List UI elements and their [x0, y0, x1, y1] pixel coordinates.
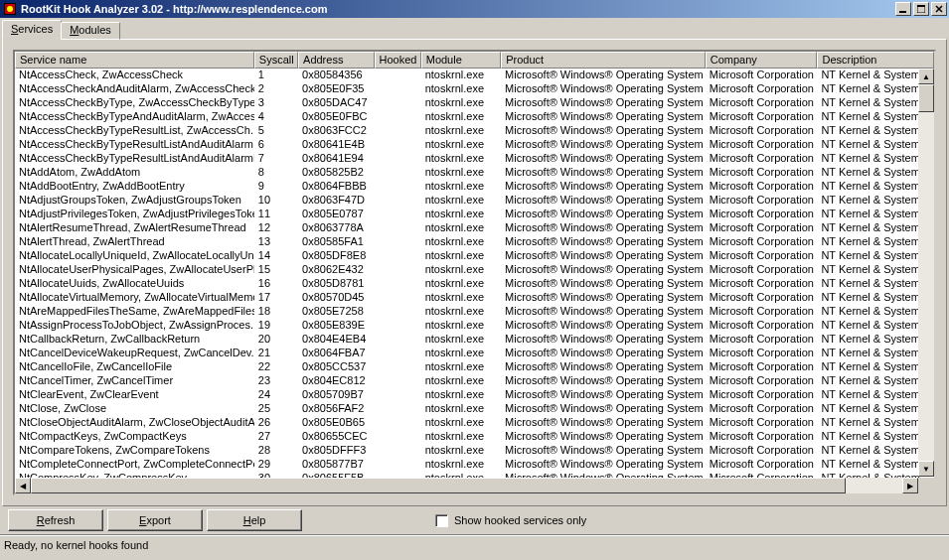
table-row[interactable]: NtAccessCheckByTypeResultList, ZwAccessC… — [15, 124, 934, 138]
cell-description: NT Kernel & System — [817, 82, 934, 96]
table-row[interactable]: NtAdjustPrivilegesToken, ZwAdjustPrivile… — [15, 208, 934, 221]
cell-company: Microsoft Corporation — [706, 388, 818, 402]
cell-syscall: 11 — [254, 208, 298, 221]
cell-description: NT Kernel & System — [817, 402, 934, 416]
services-listview[interactable]: Service nameSyscallAddressHookedModulePr… — [13, 50, 936, 495]
cell-name: NtCompareTokens, ZwCompareTokens — [15, 444, 254, 458]
table-row[interactable]: NtAccessCheckByTypeResultListAndAuditAla… — [15, 138, 934, 152]
table-row[interactable]: NtAddBootEntry, ZwAddBootEntry90x8064FBB… — [15, 180, 934, 194]
cell-address: 0x805E0F35 — [298, 82, 374, 96]
table-row[interactable]: NtAreMappedFilesTheSame, ZwAreMappedFile… — [15, 305, 934, 319]
hooked-only-checkbox[interactable] — [435, 514, 448, 527]
table-row[interactable]: NtClearEvent, ZwClearEvent240x805709B7nt… — [15, 388, 934, 402]
column-header[interactable]: Syscall — [254, 52, 298, 69]
table-row[interactable]: NtAccessCheckByType, ZwAccessCheckByType… — [15, 96, 934, 110]
cell-product: Microsoft® Windows® Operating System — [501, 249, 706, 263]
cell-description: NT Kernel & System — [817, 249, 934, 263]
table-row[interactable]: NtAllocateUuids, ZwAllocateUuids160x805D… — [15, 277, 934, 291]
cell-product: Microsoft® Windows® Operating System — [501, 430, 706, 444]
table-row[interactable]: NtAssignProcessToJobObject, ZwAssignProc… — [15, 319, 934, 333]
cell-description: NT Kernel & System — [817, 444, 934, 458]
tab-services[interactable]: Services — [2, 20, 62, 40]
cell-module: ntoskrnl.exe — [421, 374, 501, 388]
table-row[interactable]: NtAlertResumeThread, ZwAlertResumeThread… — [15, 221, 934, 235]
table-row[interactable]: NtCancelIoFile, ZwCancelIoFile220x805CC5… — [15, 360, 934, 374]
table-row[interactable]: NtCancelTimer, ZwCancelTimer230x804EC812… — [15, 374, 934, 388]
cell-hooked — [375, 360, 421, 374]
help-button[interactable]: Help — [207, 509, 302, 531]
cell-name: NtAllocateLocallyUniqueId, ZwAllocateLoc… — [15, 249, 254, 263]
table-row[interactable]: NtCompareTokens, ZwCompareTokens280x805D… — [15, 444, 934, 458]
hooked-only-checkbox-wrap[interactable]: Show hooked services only — [435, 514, 586, 527]
table-row[interactable]: NtAddAtom, ZwAddAtom80x805825B2ntoskrnl.… — [15, 166, 934, 180]
refresh-button[interactable]: Refresh — [8, 509, 103, 531]
cell-hooked — [375, 194, 421, 208]
table-row[interactable]: NtCompleteConnectPort, ZwCompleteConnect… — [15, 458, 934, 472]
column-header[interactable]: Product — [501, 52, 706, 69]
table-row[interactable]: NtAccessCheck, ZwAccessCheck10x80584356n… — [15, 69, 934, 82]
close-button[interactable] — [931, 2, 947, 16]
scroll-down-button[interactable]: ▼ — [918, 461, 934, 477]
horizontal-scrollbar[interactable]: ◀ ▶ — [15, 478, 918, 493]
tab-modules[interactable]: Modules — [61, 22, 120, 40]
cell-syscall: 22 — [254, 360, 298, 374]
cell-address: 0x805DFFF3 — [298, 444, 374, 458]
cell-address: 0x80641E94 — [298, 152, 374, 166]
column-header[interactable]: Address — [298, 52, 375, 69]
cell-syscall: 3 — [254, 96, 298, 110]
scroll-left-button[interactable]: ◀ — [15, 478, 31, 493]
cell-company: Microsoft Corporation — [706, 360, 818, 374]
cell-module: ntoskrnl.exe — [421, 277, 501, 291]
column-header[interactable]: Description — [817, 52, 934, 69]
table-row[interactable]: NtCloseObjectAuditAlarm, ZwCloseObjectAu… — [15, 416, 934, 430]
table-row[interactable]: NtAccessCheckByTypeResultListAndAuditAla… — [15, 152, 934, 166]
table-row[interactable]: NtAccessCheckByTypeAndAuditAlarm, ZwAcce… — [15, 110, 934, 124]
table-row[interactable]: NtCompactKeys, ZwCompactKeys270x80655CEC… — [15, 430, 934, 444]
cell-module: ntoskrnl.exe — [421, 319, 501, 333]
scroll-up-button[interactable]: ▲ — [918, 69, 934, 84]
cell-company: Microsoft Corporation — [706, 96, 818, 110]
table-row[interactable]: NtCallbackReturn, ZwCallbackReturn200x80… — [15, 333, 934, 347]
cell-module: ntoskrnl.exe — [421, 82, 501, 96]
cell-syscall: 28 — [254, 444, 298, 458]
hooked-only-label: Show hooked services only — [454, 514, 586, 526]
cell-company: Microsoft Corporation — [706, 374, 818, 388]
cell-company: Microsoft Corporation — [706, 347, 818, 360]
cell-address: 0x80584356 — [298, 69, 374, 82]
table-row[interactable]: NtAlertThread, ZwAlertThread130x80585FA1… — [15, 235, 934, 249]
export-button[interactable]: Export — [107, 509, 203, 531]
column-header[interactable]: Company — [706, 52, 818, 69]
table-row[interactable]: NtAllocateLocallyUniqueId, ZwAllocateLoc… — [15, 249, 934, 263]
table-row[interactable]: NtCancelDeviceWakeupRequest, ZwCancelDev… — [15, 347, 934, 360]
table-row[interactable]: NtAdjustGroupsToken, ZwAdjustGroupsToken… — [15, 194, 934, 208]
maximize-button[interactable] — [913, 2, 929, 16]
cell-name: NtAllocateVirtualMemory, ZwAllocateVirtu… — [15, 291, 254, 305]
cell-name: NtClose, ZwClose — [15, 402, 254, 416]
scroll-thumb-h[interactable] — [31, 478, 846, 493]
cell-address: 0x80570D45 — [298, 291, 374, 305]
table-row[interactable]: NtAccessCheckAndAuditAlarm, ZwAccessChec… — [15, 82, 934, 96]
cell-product: Microsoft® Windows® Operating System — [501, 69, 706, 82]
table-row[interactable]: NtAllocateUserPhysicalPages, ZwAllocateU… — [15, 263, 934, 277]
cell-company: Microsoft Corporation — [706, 430, 818, 444]
titlebar[interactable]: RootKit Hook Analyzer 3.02 - http://www.… — [0, 0, 949, 18]
column-header[interactable]: Hooked — [375, 52, 421, 69]
minimize-button[interactable] — [895, 2, 911, 16]
cell-module: ntoskrnl.exe — [421, 124, 501, 138]
scroll-right-button[interactable]: ▶ — [902, 478, 918, 493]
table-row[interactable]: NtClose, ZwClose250x8056FAF2ntoskrnl.exe… — [15, 402, 934, 416]
cell-hooked — [375, 319, 421, 333]
scroll-thumb-v[interactable] — [918, 84, 934, 112]
cell-name: NtAccessCheckByTypeResultListAndAuditAla… — [15, 152, 254, 166]
column-header[interactable]: Service name — [15, 52, 254, 69]
cell-description: NT Kernel & System — [817, 374, 934, 388]
cell-syscall: 5 — [254, 124, 298, 138]
vertical-scrollbar[interactable]: ▲ ▼ — [918, 69, 934, 477]
table-row[interactable]: NtAllocateVirtualMemory, ZwAllocateVirtu… — [15, 291, 934, 305]
cell-product: Microsoft® Windows® Operating System — [501, 388, 706, 402]
status-text: Ready, no kernel hooks found — [4, 539, 148, 551]
column-header[interactable]: Module — [421, 52, 501, 69]
cell-name: NtAccessCheckAndAuditAlarm, ZwAccessChec… — [15, 82, 254, 96]
cell-hooked — [375, 249, 421, 263]
cell-description: NT Kernel & System — [817, 347, 934, 360]
